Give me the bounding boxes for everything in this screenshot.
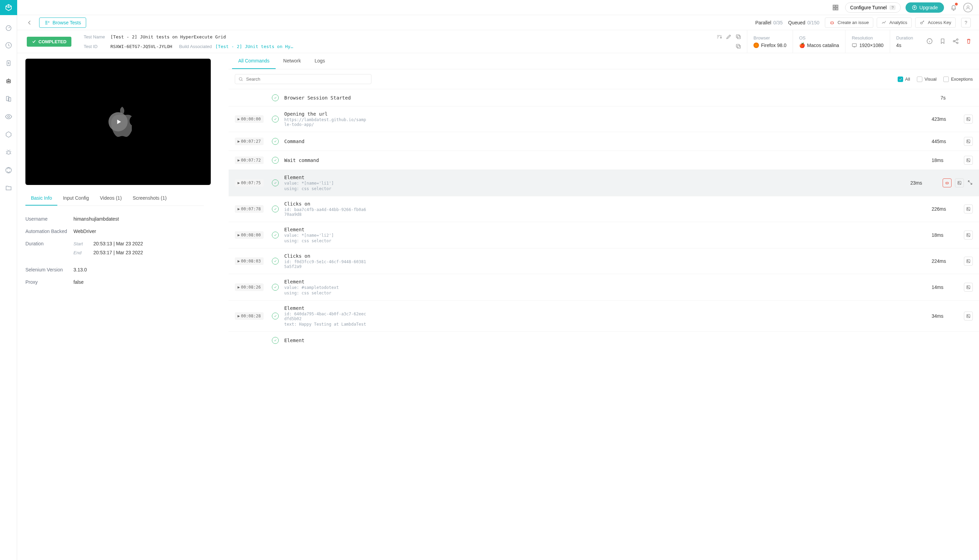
firefox-icon — [754, 43, 759, 48]
access-key-button[interactable]: Access Key — [915, 18, 956, 28]
svg-point-32 — [967, 140, 968, 141]
screenshot-icon[interactable] — [964, 257, 973, 266]
command-row[interactable]: ▶ 00:07:75Elementvalue: *[name='li1']usi… — [228, 170, 979, 196]
timestamp-chip[interactable]: ▶ 00:07:78 — [235, 205, 264, 213]
command-title: Command — [284, 138, 927, 144]
nav-visual-icon[interactable] — [0, 108, 17, 126]
tab-videos[interactable]: Videos (1) — [94, 191, 127, 205]
copy-icon[interactable] — [735, 33, 741, 40]
nav-bug-icon[interactable] — [0, 143, 17, 161]
svg-point-47 — [967, 315, 968, 316]
browse-tests-button[interactable]: Browse Tests — [39, 18, 86, 28]
command-row[interactable]: Element — [228, 332, 979, 348]
command-row[interactable]: ▶ 00:07:27Command445ms — [228, 132, 979, 151]
sort-icon[interactable] — [716, 33, 722, 40]
tab-network[interactable]: Network — [277, 53, 307, 69]
subbar: Browse Tests Parallel0/35 Queued0/150 Cr… — [17, 15, 979, 30]
nav-integrations-icon[interactable] — [0, 161, 17, 179]
screenshot-icon[interactable] — [955, 178, 964, 187]
command-row[interactable]: ▶ 00:08:03Clicks onid: f0d3fcc9-5e1c-46c… — [228, 248, 979, 274]
command-title: Element — [284, 338, 936, 343]
command-duration: 224ms — [932, 258, 959, 264]
browse-tests-label: Browse Tests — [53, 20, 81, 25]
screenshot-icon[interactable] — [964, 137, 973, 146]
grid-view-icon[interactable] — [831, 3, 840, 12]
parallel-stat: Parallel0/35 — [755, 20, 783, 25]
nav-automation-icon[interactable] — [0, 72, 17, 90]
timestamp-chip[interactable]: ▶ 00:08:26 — [235, 283, 264, 291]
tab-basic-info[interactable]: Basic Info — [25, 191, 57, 205]
sidebar — [0, 0, 17, 560]
timestamp-chip[interactable]: ▶ 00:08:03 — [235, 257, 264, 265]
command-duration: 23ms — [911, 180, 938, 186]
queued-stat: Queued0/150 — [788, 20, 819, 25]
avatar[interactable] — [963, 3, 973, 12]
screenshot-icon[interactable] — [964, 205, 973, 213]
nav-realtime-icon[interactable] — [0, 54, 17, 72]
nav-projects-icon[interactable] — [0, 179, 17, 197]
help-button[interactable]: ? — [961, 18, 971, 27]
timestamp-chip[interactable]: ▶ 00:07:27 — [235, 138, 264, 145]
share-icon[interactable] — [952, 38, 959, 46]
timestamp-chip[interactable]: ▶ 00:00:00 — [235, 115, 264, 123]
screenshot-icon[interactable] — [964, 312, 973, 320]
tab-all-commands[interactable]: All Commands — [232, 53, 276, 69]
tab-screenshots[interactable]: Screenshots (1) — [127, 191, 172, 205]
timestamp-chip[interactable]: ▶ 00:07:72 — [235, 157, 264, 164]
configure-tunnel-button[interactable]: Configure Tunnel ? — [845, 2, 901, 13]
search-input-wrap[interactable] — [235, 74, 372, 84]
command-row[interactable]: ▶ 00:08:28Elementid: 640da795-4bac-4b0f-… — [228, 300, 979, 332]
build-assoc-link[interactable]: [Test - 2] JUnit tests on Hy… — [215, 44, 293, 49]
command-row[interactable]: Browser Session Started7s — [228, 89, 979, 106]
command-row[interactable]: ▶ 00:08:00Elementvalue: *[name='li2']usi… — [228, 222, 979, 248]
timestamp-chip[interactable]: ▶ 00:08:00 — [235, 231, 264, 239]
command-row[interactable]: ▶ 00:07:78Clicks onid: baa7c4fb-aa4d-44b… — [228, 196, 979, 222]
nav-devices-icon[interactable] — [0, 90, 17, 108]
expand-icon[interactable] — [967, 180, 973, 186]
tab-input-config[interactable]: Input Config — [57, 191, 94, 205]
filter-all[interactable]: All — [898, 77, 910, 82]
status-ok-icon — [272, 337, 279, 344]
command-duration: 226ms — [932, 206, 959, 212]
browser-cell: Browser Firefox 98.0 — [747, 30, 793, 53]
screenshot-icon[interactable] — [964, 156, 973, 165]
resolution-cell: Resolution 1920×1080 — [846, 30, 890, 53]
notifications-icon[interactable] — [949, 3, 958, 12]
play-button[interactable] — [108, 112, 128, 132]
command-subtitle: https://lambdatest.github.io/sample-todo… — [284, 117, 367, 127]
video-player[interactable] — [25, 59, 211, 185]
command-title: Wait command — [284, 158, 927, 163]
bug-icon[interactable] — [942, 178, 952, 187]
nav-builds-icon[interactable] — [0, 126, 17, 143]
search-input[interactable] — [246, 77, 368, 82]
logo[interactable] — [0, 0, 17, 15]
upgrade-button[interactable]: Upgrade — [906, 2, 944, 13]
filter-exceptions[interactable]: Exceptions — [943, 77, 973, 82]
nav-dashboard-icon[interactable] — [0, 18, 17, 37]
edit-icon[interactable] — [725, 33, 732, 40]
svg-point-5 — [8, 81, 10, 82]
bookmark-icon[interactable] — [939, 38, 946, 46]
command-row[interactable]: ▶ 00:07:72Wait command18ms — [228, 151, 979, 170]
screenshot-icon[interactable] — [964, 283, 973, 292]
command-row[interactable]: ▶ 00:00:00Opening the urlhttps://lambdat… — [228, 106, 979, 132]
command-duration: 445ms — [932, 138, 959, 144]
command-duration: 7s — [941, 95, 968, 100]
svg-rect-21 — [737, 45, 741, 48]
svg-point-28 — [239, 77, 242, 80]
copy-build-icon[interactable] — [735, 43, 741, 49]
timestamp-chip[interactable]: ▶ 00:07:75 — [235, 179, 264, 187]
filter-visual[interactable]: Visual — [917, 77, 936, 82]
create-issue-button[interactable]: Create an issue — [825, 18, 873, 28]
screenshot-icon[interactable] — [964, 115, 973, 123]
command-list[interactable]: Browser Session Started7s▶ 00:00:00Openi… — [228, 89, 979, 560]
delete-icon[interactable] — [965, 38, 972, 46]
analytics-button[interactable]: Analytics — [877, 18, 912, 28]
back-button[interactable] — [25, 18, 33, 27]
screenshot-icon[interactable] — [964, 231, 973, 240]
nav-history-icon[interactable] — [0, 37, 17, 54]
command-row[interactable]: ▶ 00:08:26Elementvalue: #sampletodotextu… — [228, 274, 979, 300]
timestamp-chip[interactable]: ▶ 00:08:28 — [235, 312, 264, 320]
tab-logs[interactable]: Logs — [308, 53, 331, 69]
info-icon[interactable] — [926, 38, 933, 46]
